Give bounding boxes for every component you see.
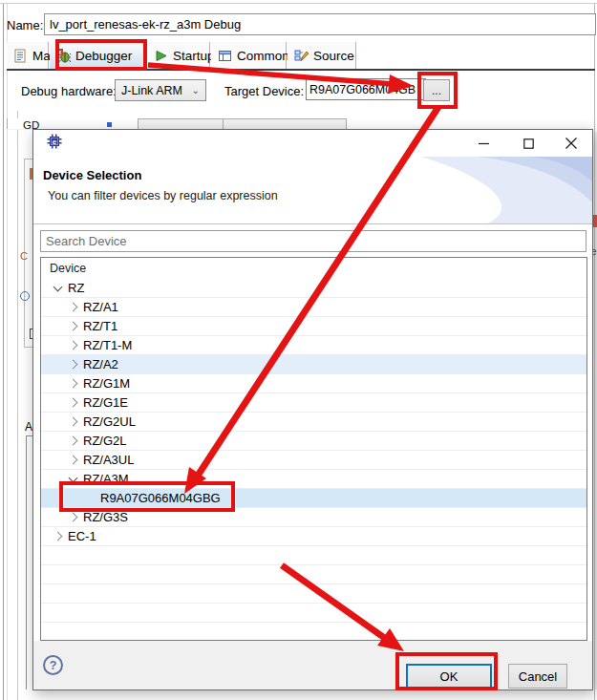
document-icon xyxy=(13,49,28,63)
tab-common-label: Common xyxy=(237,49,289,63)
banner-gradient-decoration xyxy=(353,157,592,223)
debug-hardware-label: Debug hardware: xyxy=(21,84,117,98)
dialog-subtitle: You can filter devices by regular expres… xyxy=(48,189,278,202)
dialog-title-bar[interactable]: e xyxy=(33,130,592,157)
window-left-edge-inner xyxy=(7,4,8,700)
tree-item-rz[interactable]: RZ xyxy=(41,279,586,298)
tree-item-rz-g2ul[interactable]: RZ/G2UL xyxy=(41,413,586,432)
empty-row xyxy=(41,565,586,584)
close-icon[interactable] xyxy=(557,135,586,152)
e2-studio-chip-icon: e xyxy=(47,134,62,149)
debug-hardware-value: J-Link ARM xyxy=(121,84,182,97)
tree-item-rz-a1[interactable]: RZ/A1 xyxy=(41,298,586,317)
subtab-separator xyxy=(223,118,224,129)
hidden-annotation-fragment xyxy=(593,215,597,227)
tree-item-rz-a2[interactable]: RZ/A2 xyxy=(41,355,586,374)
maximize-button[interactable] xyxy=(514,135,543,152)
dialog-title: Device Selection xyxy=(43,168,141,182)
empty-row xyxy=(41,546,586,565)
tab-source[interactable]: Source xyxy=(288,42,356,69)
dialog-header-banner: Device Selection You can filter devices … xyxy=(33,157,592,224)
name-input[interactable] xyxy=(44,13,596,35)
table-icon xyxy=(218,49,232,63)
tab-startup[interactable]: Startup xyxy=(147,42,210,69)
help-icon[interactable]: ? xyxy=(43,655,63,675)
tree-item-rz-g1e[interactable]: RZ/G1E xyxy=(41,393,586,413)
device-tree: Device RZ RZ/A1 RZ/T1 RZ/T1-M RZ/A2 RZ/G… xyxy=(40,257,587,641)
name-row: Name: xyxy=(0,11,597,40)
groupbox-border-fragment xyxy=(24,347,32,348)
source-pencil-icon xyxy=(294,49,309,63)
annotation-box-device-row xyxy=(59,481,235,512)
subtab-separator xyxy=(346,118,347,129)
hidden-label-fragment: C xyxy=(20,250,28,262)
groupbox-border-fragment xyxy=(24,159,32,159)
target-device-label: Target Device: xyxy=(224,84,304,98)
radio-button-fragment xyxy=(20,291,30,301)
subtab-icon-fragment xyxy=(107,122,112,127)
empty-row xyxy=(41,584,586,604)
panel-left-edge xyxy=(17,111,18,700)
annotation-box-browse-button xyxy=(417,72,458,109)
groupbox-border-fragment xyxy=(26,435,32,436)
device-selection-dialog: e Device Selection You can filter device… xyxy=(32,129,593,690)
chevron-down-icon: ⌄ xyxy=(192,85,200,95)
device-tree-header: Device xyxy=(41,258,586,279)
tree-item-ec-1[interactable]: EC-1 xyxy=(41,527,586,546)
cancel-button[interactable]: Cancel xyxy=(508,664,567,689)
tab-main[interactable]: Main xyxy=(7,42,49,69)
play-icon xyxy=(154,49,168,63)
empty-row xyxy=(41,623,586,641)
debugger-settings-row: Debug hardware: J-Link ARM ⌄ Target Devi… xyxy=(0,78,597,105)
window-top-border xyxy=(0,3,597,4)
tree-item-rz-t1-m[interactable]: RZ/T1-M xyxy=(41,336,586,355)
tab-source-label: Source xyxy=(313,49,354,63)
annotation-box-ok-button xyxy=(395,652,498,690)
tree-item-rz-a3ul[interactable]: RZ/A3UL xyxy=(41,451,586,470)
dialog-footer: ? OK Cancel xyxy=(33,641,592,689)
svg-text:e: e xyxy=(53,138,57,146)
groupbox-border-fragment xyxy=(26,435,27,689)
annotation-box-debugger-tab xyxy=(55,39,147,71)
debug-hardware-select[interactable]: J-Link ARM ⌄ xyxy=(115,79,206,101)
tree-item-rz-g1m[interactable]: RZ/G1M xyxy=(41,374,586,393)
empty-row xyxy=(41,604,586,623)
search-input[interactable] xyxy=(40,230,586,252)
name-label: Name: xyxy=(7,18,43,32)
tab-startup-label: Startup xyxy=(173,49,215,63)
minimize-button[interactable] xyxy=(469,135,498,152)
window-left-edge xyxy=(3,4,4,700)
tab-common[interactable]: Common xyxy=(211,42,287,69)
target-device-input[interactable] xyxy=(306,78,426,100)
tree-item-rz-g2l[interactable]: RZ/G2L xyxy=(41,432,586,451)
tree-item-rz-t1[interactable]: RZ/T1 xyxy=(41,317,586,336)
